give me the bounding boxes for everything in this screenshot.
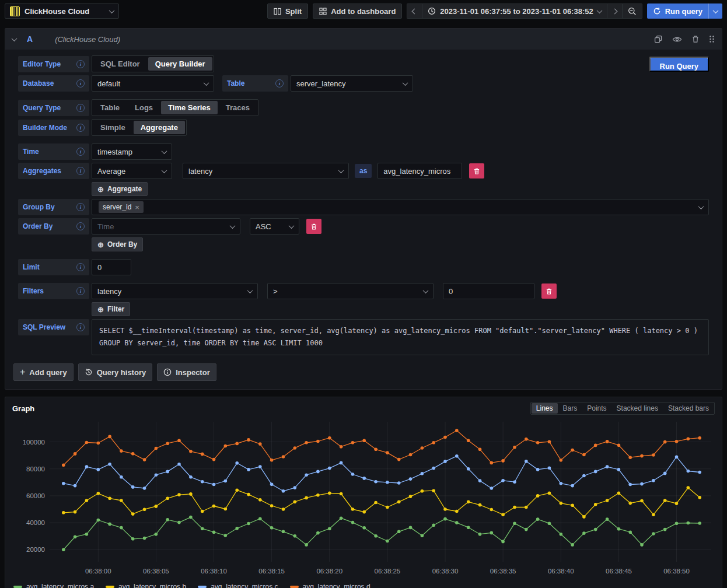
legend-swatch [13,586,22,588]
builder-mode-aggregate[interactable]: Aggregate [134,121,185,134]
time-zoom-out-button[interactable] [622,4,642,19]
datasource-picker[interactable]: ClickHouse Cloud [5,4,119,19]
duplicate-query-button[interactable] [654,35,663,44]
info-circle-icon [163,368,172,376]
collapse-query-button[interactable] [12,37,16,41]
datasource-picker-label: ClickHouse Cloud [25,7,89,16]
svg-text:06:38:25: 06:38:25 [375,568,401,575]
builder-mode-simple[interactable]: Simple [93,121,132,134]
group-by-multiselect[interactable]: server_id × [92,199,709,215]
time-range-back-button[interactable] [407,4,422,19]
aggregate-function-select[interactable]: Average [92,163,172,179]
add-filter-button[interactable]: ⊕ Filter [92,302,130,316]
run-query-panel-button[interactable]: Run Query [649,57,709,72]
copy-icon [654,35,663,44]
trash-icon [691,35,700,43]
info-icon[interactable]: i [76,167,85,175]
field-label-aggregates: Aggregates i [18,163,89,179]
chevron-down-icon [713,8,719,13]
run-query-button[interactable]: Run query [647,4,708,19]
table-select[interactable]: server_latency [291,75,413,92]
query-history-button[interactable]: Query history [78,363,153,381]
editor-type-query-builder[interactable]: Query Builder [148,57,212,71]
filter-operator-select[interactable]: > [267,283,434,299]
circle-plus-icon: ⊕ [97,305,104,314]
legend-swatch [198,586,207,588]
run-query-dropdown-button[interactable] [708,4,722,19]
info-icon[interactable]: i [76,323,85,331]
info-icon[interactable]: i [76,148,85,156]
time-range-picker[interactable]: 2023-11-01 06:37:55 to 2023-11-01 06:38:… [422,4,606,19]
eye-icon [672,36,682,43]
legend-item[interactable]: avg_latency_micros b [106,583,186,588]
query-type-traces[interactable]: Traces [219,101,257,114]
editor-type-sql-editor[interactable]: SQL Editor [93,57,147,71]
chevron-down-icon [230,223,236,229]
run-query-split-button: Run query [647,4,722,19]
time-range-forward-button[interactable] [607,4,622,19]
query-type-logs[interactable]: Logs [128,101,160,114]
field-label-builder-mode: Builder Mode i [18,120,89,136]
aggregate-alias-input[interactable] [378,163,462,179]
split-button-label: Split [285,7,302,16]
split-button[interactable]: Split [267,4,308,19]
filter-column-select[interactable]: latency [92,283,258,299]
graph-mode-lines[interactable]: Lines [532,403,558,414]
drag-handle[interactable] [709,35,715,43]
graph-mode-points[interactable]: Points [582,403,611,414]
inspector-button[interactable]: Inspector [157,363,216,381]
info-icon[interactable]: i [76,79,85,88]
graph-mode-stacked-bars[interactable]: Stacked bars [663,403,714,414]
series-0 [62,516,701,551]
query-type-time-series[interactable]: Time Series [161,101,218,114]
remove-filter-button[interactable] [541,284,557,299]
query-type-table[interactable]: Table [93,101,127,114]
remove-tag-icon[interactable]: × [135,203,139,212]
info-icon[interactable]: i [76,222,85,230]
info-icon[interactable]: i [76,203,85,211]
clickhouse-logo-icon [10,6,20,16]
sql-preview-text: SELECT $__timeInterval(timestamp) as tim… [92,319,709,355]
graph-canvas[interactable]: 2000040000600008000010000006:38:0006:38:… [12,418,716,578]
info-icon[interactable]: i [76,104,85,112]
field-label-limit: Limit i [18,259,89,275]
query-datasource-hint: (ClickHouse Cloud) [55,35,120,44]
query-type-toggle: Table Logs Time Series Traces [92,99,258,116]
database-select[interactable]: default [92,75,214,92]
info-icon[interactable]: i [76,287,85,295]
time-column-select[interactable]: timestamp [92,144,172,160]
graph-panel-title: Graph [12,404,34,413]
info-icon[interactable]: i [76,60,85,68]
info-icon[interactable]: i [275,79,284,88]
order-by-field-select[interactable]: Time [92,218,240,235]
info-icon[interactable]: i [76,124,85,132]
limit-input[interactable] [92,259,131,275]
zoom-out-icon [628,7,637,16]
graph-mode-bars[interactable]: Bars [558,403,582,414]
legend-item[interactable]: avg_latency_micros a [13,583,94,588]
aggregate-column-select[interactable]: latency [183,163,349,179]
add-aggregate-button[interactable]: ⊕ Aggregate [92,182,148,196]
chevron-down-icon [289,223,295,229]
legend-swatch [106,586,114,588]
order-by-direction-select[interactable]: ASC [250,218,299,235]
add-to-dashboard-button[interactable]: Add to dashboard [313,4,402,19]
legend-item[interactable]: avg_latency_micros d [290,583,371,588]
filter-value-input[interactable] [443,283,534,299]
graph-panel-header: Graph Lines Bars Points Stacked lines St… [5,397,722,416]
remove-aggregate-button[interactable] [469,163,484,178]
graph-legend: avg_latency_micros aavg_latency_micros b… [5,580,722,588]
add-order-by-button[interactable]: ⊕ Order By [92,237,143,251]
series-2 [62,454,701,493]
svg-text:06:38:15: 06:38:15 [258,568,285,575]
group-by-tag: server_id × [99,201,144,213]
info-icon[interactable]: i [76,263,85,271]
graph-mode-stacked-lines[interactable]: Stacked lines [612,403,663,414]
add-query-button[interactable]: + Add query [13,363,74,381]
legend-item[interactable]: avg_latency_micros c [198,583,278,588]
remove-order-by-button[interactable] [306,219,321,234]
svg-text:06:38:20: 06:38:20 [316,568,342,575]
toggle-query-visibility-button[interactable] [672,36,682,43]
delete-query-button[interactable] [691,35,700,43]
svg-text:06:38:00: 06:38:00 [85,568,111,575]
